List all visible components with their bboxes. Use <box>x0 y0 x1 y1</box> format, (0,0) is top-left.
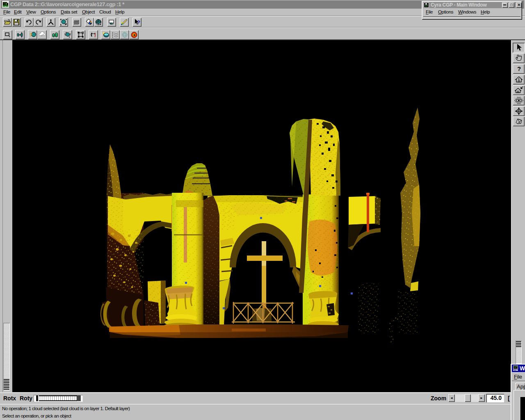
svg-text:?: ? <box>137 19 140 25</box>
svg-text:?: ? <box>30 32 32 37</box>
svg-text:1: 1 <box>112 36 113 38</box>
svg-text:?: ? <box>517 65 521 72</box>
